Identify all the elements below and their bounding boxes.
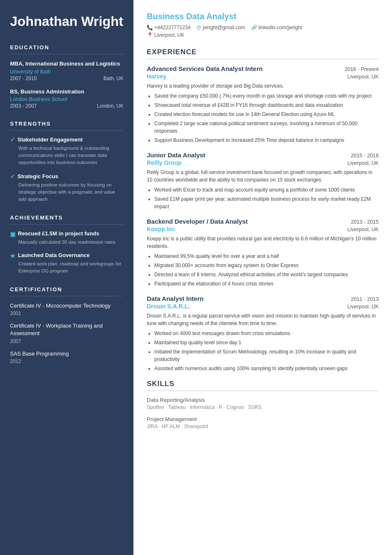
exp-role-1: Advanced Services Data Analyst Intern	[147, 65, 263, 72]
exp-desc-1: Harvey is a leading provider of storage …	[147, 82, 379, 90]
strength-desc-2: Delivering positive outcomes by focusing…	[10, 182, 123, 203]
bullet-2-2: Saved £1M paper print per year, automate…	[154, 195, 379, 210]
exp-location-2: Liverpool, UK	[347, 160, 379, 166]
experience-section-title: EXPERIENCE	[147, 48, 379, 56]
exp-header-2: Junior Data Analyst 2015 - 2018	[147, 151, 379, 159]
resume-page: Johnathan Wright EDUCATION MBA, Internat…	[0, 0, 392, 555]
edu-degree-1: MBA, International Business and Logistic…	[10, 60, 123, 68]
bullet-2-1: Worked with Excel to track and map accou…	[154, 186, 379, 194]
exp-company-row-2: Reilly Group Liverpool, UK	[147, 159, 379, 166]
achievement-title-2: ★ Launched Data Governance	[10, 252, 123, 259]
exp-dates-2: 2015 - 2018	[351, 153, 379, 159]
check-icon-1: ✓	[10, 136, 15, 143]
skill-cat-name-2: Project Management	[147, 416, 379, 422]
cert-year-1: 2001	[10, 310, 123, 316]
email-address: jwright@gmail.com	[203, 25, 245, 30]
skills-section: Data Reporting/Analysis Spotfire Tableau…	[147, 397, 379, 429]
phone-number: +442227771234	[154, 25, 191, 30]
skill-cat-name-1: Data Reporting/Analysis	[147, 397, 379, 403]
star-icon: ★	[10, 252, 15, 259]
bullet-4-3: Initiated the implementation of Scrum Me…	[154, 348, 379, 363]
skills-divider	[147, 391, 379, 391]
bullet-3-4: Participated at the elaboration of 4 hou…	[154, 280, 379, 288]
skill-tags-2: JIRA HP ALM Sharepoint	[147, 424, 379, 429]
certification-section-title: CERTIFICATION	[10, 286, 123, 293]
bullet-3-1: Maintained 99,5% quality level for over …	[154, 252, 379, 260]
candidate-name: Johnathan Wright	[10, 13, 123, 29]
edu-years-1: 2007 - 2010 Bath, UK	[10, 76, 123, 81]
exp-header-4: Data Analyst Intern 2011 - 2013	[147, 295, 379, 302]
strength-desc-1: With a technical background & outstandin…	[10, 145, 123, 166]
exp-bullets-1: Saved the company £50,000 (.7%) every mo…	[147, 92, 379, 144]
exp-company-3: Koepp Inc	[147, 226, 175, 232]
phone-icon: 📞	[147, 25, 153, 30]
exp-company-row-1: Harvey Liverpool, UK	[147, 73, 379, 80]
edu-years-2: 2003 - 2007 London, UK	[10, 103, 123, 109]
bullet-3-3: Directed a team of 8 interns. Analyzed e…	[154, 271, 379, 278]
exp-role-3: Backend Developer / Data Analyst	[147, 218, 248, 225]
email-contact: @ jwright@gmail.com	[196, 25, 245, 30]
exp-role-4: Data Analyst Intern	[147, 295, 204, 302]
exp-dates-3: 2013 - 2015	[351, 219, 379, 225]
linkedin-url: linkedin.com/jwright	[259, 25, 302, 30]
exp-desc-3: Koepp Inc is a public utility that provi…	[147, 235, 379, 250]
edu-school-1: University of Bath	[10, 69, 123, 75]
exp-bullets-3: Maintained 99,5% quality level for over …	[147, 252, 379, 288]
bullet-3-2: Migrated 30,000+ accounts from legacy sy…	[154, 262, 379, 269]
education-divider	[10, 54, 123, 54]
exp-bullets-4: Worked on 4000 text messages drawn from …	[147, 330, 379, 372]
edu-school-2: London Business School	[10, 96, 123, 102]
email-icon: @	[196, 25, 201, 30]
check-icon-2: ✓	[10, 173, 15, 180]
achievement-title-1: ▣ Rescued £1.5M in project funds	[10, 230, 123, 237]
exp-desc-2: Reilly Group is a global, full-service i…	[147, 169, 379, 184]
main-content: Business Data Analyst 📞 +442227771234 @ …	[133, 0, 392, 555]
exp-company-2: Reilly Group	[147, 159, 181, 166]
bullet-4-2: Maintained top quality level since day 1	[154, 339, 379, 346]
linkedin-contact: 🔗 linkedin.com/jwright	[251, 25, 302, 30]
exp-company-row-3: Koepp Inc Liverpool, UK	[147, 226, 379, 232]
monitor-icon: ▣	[10, 231, 15, 237]
exp-role-2: Junior Data Analyst	[147, 151, 205, 159]
achievement-desc-1: Manually calculated 30 day readmission r…	[10, 239, 123, 246]
cert-year-3: 2012	[10, 358, 123, 364]
exp-desc-4: Drouin S.A.R.L. is a regular parcel serv…	[147, 312, 379, 327]
phone-contact: 📞 +442227771234	[147, 25, 191, 30]
exp-company-1: Harvey	[147, 73, 166, 80]
cert-name-3: SAS Base Programming	[10, 350, 123, 358]
strengths-section-title: STRENGTHS	[10, 121, 123, 127]
contact-row: 📞 +442227771234 @ jwright@gmail.com 🔗 li…	[147, 25, 379, 30]
exp-company-4: Drouin S.A.R.L.	[147, 303, 190, 310]
strength-title-2: ✓ Strategic Focus	[10, 173, 123, 180]
skill-category-1: Data Reporting/Analysis Spotfire Tableau…	[147, 397, 379, 410]
bullet-1-2: Showcased total revenue of £42B in FY16 …	[154, 101, 379, 109]
location-row: 📍 Liverpool, UK	[147, 32, 379, 38]
main-job-title: Business Data Analyst	[147, 12, 379, 21]
strength-item-2: ✓ Strategic Focus Delivering positive ou…	[10, 173, 123, 203]
experience-divider	[147, 59, 379, 59]
exp-dates-1: 2018 - Present	[344, 66, 379, 72]
strength-item-1: ✓ Stakeholder Engagement With a technica…	[10, 136, 123, 166]
edu-entry-1: MBA, International Business and Logistic…	[10, 60, 123, 81]
edu-degree-2: BS, Business Administration	[10, 88, 123, 96]
exp-company-row-4: Drouin S.A.R.L. Liverpool, UK	[147, 303, 379, 310]
skills-section-title: SKILLS	[147, 380, 379, 388]
bullet-1-5: Support Business Development to Increase…	[154, 136, 379, 144]
cert-name-1: Certificate IV - Microcomputer Technolog…	[10, 302, 123, 310]
exp-location-1: Liverpool, UK	[347, 74, 379, 80]
cert-entry-1: Certificate IV - Microcomputer Technolog…	[10, 302, 123, 316]
strengths-divider	[10, 130, 123, 131]
certification-divider	[10, 296, 123, 296]
bullet-4-1: Worked on 4000 text messages drawn from …	[154, 330, 379, 337]
location-icon: 📍	[147, 32, 153, 38]
link-icon: 🔗	[251, 25, 257, 30]
achievement-item-2: ★ Launched Data Governance Created work …	[10, 252, 123, 275]
exp-location-3: Liverpool, UK	[347, 227, 379, 232]
exp-header-1: Advanced Services Data Analyst Intern 20…	[147, 65, 379, 72]
exp-location-4: Liverpool, UK	[347, 304, 379, 310]
bullet-1-4: Completed 2 large scale national politic…	[154, 120, 379, 135]
bullet-4-4: Assisted with numerous audits using 100%…	[154, 365, 379, 372]
bullet-1-1: Saved the company £50,000 (.7%) every mo…	[154, 92, 379, 100]
achievement-desc-2: Created work plan, roadmap and workgroup…	[10, 260, 123, 275]
edu-entry-2: BS, Business Administration London Busin…	[10, 88, 123, 109]
